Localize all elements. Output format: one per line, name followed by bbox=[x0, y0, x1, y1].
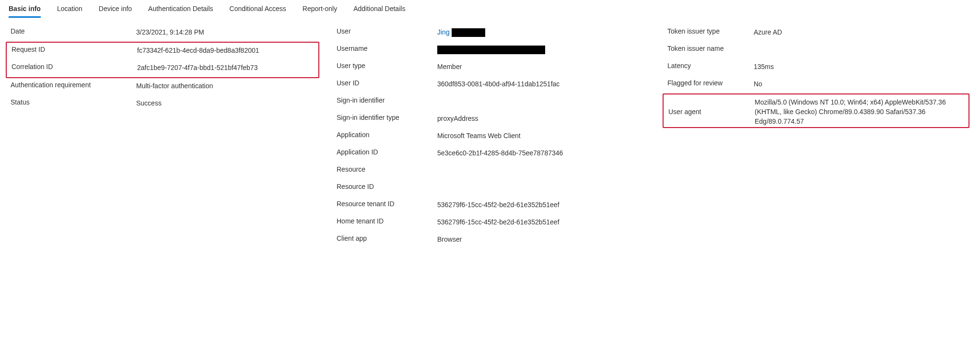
tab-basic-info[interactable]: Basic info bbox=[9, 3, 41, 18]
detail-tabs: Basic info Location Device info Authenti… bbox=[0, 0, 980, 18]
row-auth-requirement: Authentication requirement Multi-factor … bbox=[4, 78, 330, 95]
label-request-id: Request ID bbox=[12, 44, 137, 53]
value-signin-identifier-type: proxyAddress bbox=[437, 112, 478, 123]
value-application-id: 5e3ce6c0-2b1f-4285-8d4b-75ee78787346 bbox=[437, 146, 563, 158]
value-user: Jing bbox=[437, 25, 485, 37]
value-user-id: 360df853-0081-4b0d-af94-11dab1251fac bbox=[437, 77, 560, 89]
label-signin-identifier: Sign-in identifier bbox=[337, 94, 437, 104]
column-token-agent: Token issuer type Azure AD Token issuer … bbox=[661, 24, 968, 249]
label-status: Status bbox=[11, 96, 136, 106]
label-resource-id: Resource ID bbox=[337, 181, 437, 190]
row-user-id: User ID 360df853-0081-4b0d-af94-11dab125… bbox=[330, 76, 661, 94]
value-home-tenant-id: 536279f6-15cc-45f2-be2d-61e352b51eef bbox=[437, 215, 560, 227]
row-application: Application Microsoft Teams Web Client bbox=[330, 128, 661, 145]
row-application-id: Application ID 5e3ce6c0-2b1f-4285-8d4b-7… bbox=[330, 145, 661, 163]
label-auth-requirement: Authentication requirement bbox=[11, 79, 136, 89]
highlight-request-correlation: Request ID fc73342f-621b-4ecd-8da9-bed8a… bbox=[6, 42, 319, 78]
row-token-issuer-name: Token issuer name bbox=[661, 42, 968, 59]
row-user-agent: User agent Mozilla/5.0 (Windows NT 10.0;… bbox=[664, 94, 968, 127]
tab-conditional-access[interactable]: Conditional Access bbox=[230, 3, 286, 18]
label-date: Date bbox=[11, 25, 136, 35]
label-home-tenant-id: Home tenant ID bbox=[337, 215, 437, 225]
row-flagged: Flagged for review No bbox=[661, 76, 968, 94]
value-flagged: No bbox=[754, 77, 762, 89]
tab-device-info[interactable]: Device info bbox=[99, 3, 132, 18]
row-resource-id: Resource ID bbox=[330, 180, 661, 197]
tab-additional-details[interactable]: Additional Details bbox=[353, 3, 405, 18]
value-username bbox=[437, 43, 545, 54]
row-resource: Resource bbox=[330, 163, 661, 180]
value-user-type: Member bbox=[437, 60, 462, 71]
highlight-user-agent: User agent Mozilla/5.0 (Windows NT 10.0;… bbox=[663, 94, 969, 128]
row-correlation-id: Correlation ID 2afc1be9-7207-4f7a-bbd1-5… bbox=[7, 60, 318, 77]
user-link[interactable]: Jing bbox=[437, 28, 450, 36]
tab-location[interactable]: Location bbox=[57, 3, 82, 18]
column-general: Date 3/23/2021, 9:14:28 PM Request ID fc… bbox=[2, 24, 330, 249]
label-token-issuer-type: Token issuer type bbox=[667, 25, 754, 35]
user-redacted-icon bbox=[452, 28, 485, 37]
row-token-issuer-type: Token issuer type Azure AD bbox=[661, 24, 968, 42]
label-user: User bbox=[337, 25, 437, 35]
row-signin-identifier-type: Sign-in identifier type proxyAddress bbox=[330, 111, 661, 128]
tab-report-only[interactable]: Report-only bbox=[303, 3, 337, 18]
row-home-tenant-id: Home tenant ID 536279f6-15cc-45f2-be2d-6… bbox=[330, 214, 661, 232]
row-client-app: Client app Browser bbox=[330, 232, 661, 249]
username-redacted-icon bbox=[437, 46, 545, 54]
value-correlation-id: 2afc1be9-7207-4f7a-bbd1-521bf47feb73 bbox=[137, 61, 257, 72]
tab-authentication-details[interactable]: Authentication Details bbox=[148, 3, 213, 18]
value-latency: 135ms bbox=[754, 60, 774, 71]
label-user-id: User ID bbox=[337, 77, 437, 87]
row-date: Date 3/23/2021, 9:14:28 PM bbox=[4, 24, 330, 42]
label-resource-tenant-id: Resource tenant ID bbox=[337, 198, 437, 208]
label-token-issuer-name: Token issuer name bbox=[667, 43, 754, 52]
row-latency: Latency 135ms bbox=[661, 59, 968, 76]
row-resource-tenant-id: Resource tenant ID 536279f6-15cc-45f2-be… bbox=[330, 197, 661, 214]
basic-info-content: Date 3/23/2021, 9:14:28 PM Request ID fc… bbox=[0, 18, 980, 249]
value-application: Microsoft Teams Web Client bbox=[437, 129, 521, 140]
label-latency: Latency bbox=[667, 60, 754, 70]
row-username: Username bbox=[330, 42, 661, 59]
value-request-id: fc73342f-621b-4ecd-8da9-bed8a3f82001 bbox=[137, 44, 259, 55]
column-user-app: User Jing Username User type Member User… bbox=[330, 24, 661, 249]
label-application-id: Application ID bbox=[337, 146, 437, 156]
label-client-app: Client app bbox=[337, 233, 437, 242]
value-auth-requirement: Multi-factor authentication bbox=[136, 79, 213, 91]
label-resource: Resource bbox=[337, 164, 437, 173]
value-client-app: Browser bbox=[437, 233, 462, 244]
signin-details-panel: Basic info Location Device info Authenti… bbox=[0, 0, 980, 258]
label-flagged: Flagged for review bbox=[667, 77, 754, 87]
value-token-issuer-type: Azure AD bbox=[754, 25, 782, 37]
row-status: Status Success bbox=[4, 95, 330, 113]
label-username: Username bbox=[337, 43, 437, 52]
row-user-type: User type Member bbox=[330, 59, 661, 76]
label-correlation-id: Correlation ID bbox=[12, 61, 137, 70]
row-signin-identifier: Sign-in identifier bbox=[330, 94, 661, 111]
value-date: 3/23/2021, 9:14:28 PM bbox=[136, 25, 204, 37]
label-signin-identifier-type: Sign-in identifier type bbox=[337, 112, 437, 121]
row-request-id: Request ID fc73342f-621b-4ecd-8da9-bed8a… bbox=[7, 43, 318, 60]
label-user-type: User type bbox=[337, 60, 437, 70]
label-user-agent: User agent bbox=[668, 106, 755, 116]
value-resource-tenant-id: 536279f6-15cc-45f2-be2d-61e352b51eef bbox=[437, 198, 560, 210]
value-status: Success bbox=[136, 96, 162, 108]
label-application: Application bbox=[337, 129, 437, 139]
value-user-agent: Mozilla/5.0 (Windows NT 10.0; Win64; x64… bbox=[755, 95, 961, 126]
row-user: User Jing bbox=[330, 24, 661, 42]
